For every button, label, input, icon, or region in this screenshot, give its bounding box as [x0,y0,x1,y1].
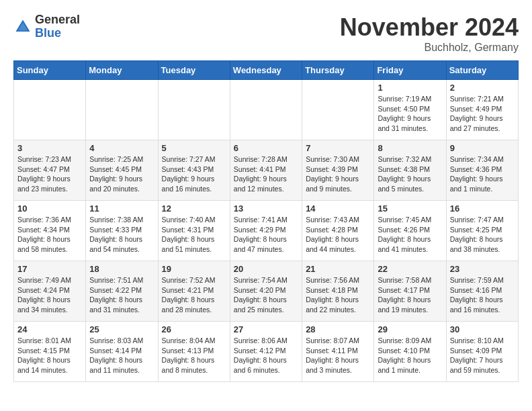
weekday-header-tuesday: Tuesday [158,61,230,80]
day-number: 9 [450,143,515,153]
day-number: 28 [306,324,370,334]
day-info: Sunrise: 8:06 AM Sunset: 4:12 PM Dayligh… [234,336,298,375]
day-info: Sunrise: 7:30 AM Sunset: 4:39 PM Dayligh… [306,154,370,194]
day-info: Sunrise: 7:21 AM Sunset: 4:49 PM Dayligh… [450,94,515,134]
day-info: Sunrise: 7:25 AM Sunset: 4:45 PM Dayligh… [89,154,154,194]
title-area: November 2024 Buchholz, Germany [340,13,519,54]
calendar-cell: 5Sunrise: 7:27 AM Sunset: 4:43 PM Daylig… [158,140,230,201]
day-info: Sunrise: 8:04 AM Sunset: 4:13 PM Dayligh… [162,336,226,375]
calendar-cell: 21Sunrise: 7:56 AM Sunset: 4:18 PM Dayli… [302,261,374,322]
logo-text: General Blue [35,13,80,40]
day-info: Sunrise: 7:28 AM Sunset: 4:41 PM Dayligh… [234,154,298,194]
calendar-cell: 7Sunrise: 7:30 AM Sunset: 4:39 PM Daylig… [302,140,374,201]
day-number: 2 [450,83,515,93]
calendar-cell: 6Sunrise: 7:28 AM Sunset: 4:41 PM Daylig… [230,140,302,201]
day-number: 1 [378,83,442,93]
day-number: 10 [17,203,82,214]
week-row-1: 1Sunrise: 7:19 AM Sunset: 4:50 PM Daylig… [14,80,519,140]
day-number: 19 [162,264,226,274]
day-number: 3 [17,143,82,153]
day-info: Sunrise: 7:34 AM Sunset: 4:36 PM Dayligh… [450,154,515,194]
calendar-cell: 28Sunrise: 8:07 AM Sunset: 4:11 PM Dayli… [302,322,374,382]
day-info: Sunrise: 7:47 AM Sunset: 4:25 PM Dayligh… [450,215,515,255]
day-number: 30 [450,324,515,334]
calendar-cell: 13Sunrise: 7:41 AM Sunset: 4:29 PM Dayli… [230,201,302,261]
calendar-cell: 26Sunrise: 8:04 AM Sunset: 4:13 PM Dayli… [158,322,230,382]
day-number: 24 [17,324,82,334]
day-number: 14 [306,203,370,214]
day-info: Sunrise: 8:10 AM Sunset: 4:09 PM Dayligh… [450,336,515,375]
day-number: 13 [234,203,298,214]
day-info: Sunrise: 8:07 AM Sunset: 4:11 PM Dayligh… [306,336,370,375]
calendar-cell: 17Sunrise: 7:49 AM Sunset: 4:24 PM Dayli… [14,261,86,322]
day-number: 16 [450,203,515,214]
calendar-cell [86,80,158,140]
day-number: 11 [89,203,154,214]
calendar-cell: 3Sunrise: 7:23 AM Sunset: 4:47 PM Daylig… [14,140,86,201]
week-row-2: 3Sunrise: 7:23 AM Sunset: 4:47 PM Daylig… [14,140,519,201]
day-number: 15 [378,203,442,214]
day-number: 22 [378,264,442,274]
day-info: Sunrise: 7:45 AM Sunset: 4:26 PM Dayligh… [378,215,442,255]
day-number: 25 [89,324,154,334]
logo-icon [13,17,32,36]
weekday-header-wednesday: Wednesday [230,61,302,80]
day-info: Sunrise: 8:03 AM Sunset: 4:14 PM Dayligh… [89,336,154,375]
calendar-cell: 18Sunrise: 7:51 AM Sunset: 4:22 PM Dayli… [86,261,158,322]
day-info: Sunrise: 7:40 AM Sunset: 4:31 PM Dayligh… [162,215,226,255]
calendar-cell [158,80,230,140]
day-number: 6 [234,143,298,153]
calendar-cell [14,80,86,140]
calendar-cell: 11Sunrise: 7:38 AM Sunset: 4:33 PM Dayli… [86,201,158,261]
day-info: Sunrise: 7:49 AM Sunset: 4:24 PM Dayligh… [17,275,82,315]
day-number: 21 [306,264,370,274]
day-number: 29 [378,324,442,334]
day-info: Sunrise: 8:09 AM Sunset: 4:10 PM Dayligh… [378,336,442,375]
day-info: Sunrise: 7:41 AM Sunset: 4:29 PM Dayligh… [234,215,298,255]
day-info: Sunrise: 7:56 AM Sunset: 4:18 PM Dayligh… [306,275,370,315]
day-info: Sunrise: 7:51 AM Sunset: 4:22 PM Dayligh… [89,275,154,315]
day-info: Sunrise: 7:43 AM Sunset: 4:28 PM Dayligh… [306,215,370,255]
calendar-cell: 22Sunrise: 7:58 AM Sunset: 4:17 PM Dayli… [374,261,446,322]
calendar-cell: 19Sunrise: 7:52 AM Sunset: 4:21 PM Dayli… [158,261,230,322]
week-row-4: 17Sunrise: 7:49 AM Sunset: 4:24 PM Dayli… [14,261,519,322]
day-number: 8 [378,143,442,153]
logo-blue: Blue [35,27,80,40]
day-info: Sunrise: 7:23 AM Sunset: 4:47 PM Dayligh… [17,154,82,194]
day-number: 27 [234,324,298,334]
calendar-table: SundayMondayTuesdayWednesdayThursdayFrid… [13,60,519,382]
day-info: Sunrise: 7:19 AM Sunset: 4:50 PM Dayligh… [378,94,442,134]
calendar-body: 1Sunrise: 7:19 AM Sunset: 4:50 PM Daylig… [14,80,519,382]
weekday-header-saturday: Saturday [446,61,518,80]
weekday-header-friday: Friday [374,61,446,80]
calendar-cell: 2Sunrise: 7:21 AM Sunset: 4:49 PM Daylig… [446,80,518,140]
day-number: 5 [162,143,226,153]
calendar-header: SundayMondayTuesdayWednesdayThursdayFrid… [14,61,519,80]
logo-general: General [35,13,80,27]
calendar-cell: 24Sunrise: 8:01 AM Sunset: 4:15 PM Dayli… [14,322,86,382]
weekday-row: SundayMondayTuesdayWednesdayThursdayFrid… [14,61,519,80]
day-info: Sunrise: 7:27 AM Sunset: 4:43 PM Dayligh… [162,154,226,194]
week-row-5: 24Sunrise: 8:01 AM Sunset: 4:15 PM Dayli… [14,322,519,382]
calendar-cell: 14Sunrise: 7:43 AM Sunset: 4:28 PM Dayli… [302,201,374,261]
calendar-cell [230,80,302,140]
weekday-header-thursday: Thursday [302,61,374,80]
calendar-cell: 9Sunrise: 7:34 AM Sunset: 4:36 PM Daylig… [446,140,518,201]
day-info: Sunrise: 7:58 AM Sunset: 4:17 PM Dayligh… [378,275,442,315]
calendar-cell: 29Sunrise: 8:09 AM Sunset: 4:10 PM Dayli… [374,322,446,382]
day-number: 7 [306,143,370,153]
day-number: 12 [162,203,226,214]
day-info: Sunrise: 7:36 AM Sunset: 4:34 PM Dayligh… [17,215,82,255]
day-info: Sunrise: 7:59 AM Sunset: 4:16 PM Dayligh… [450,275,515,315]
day-number: 4 [89,143,154,153]
calendar-cell: 27Sunrise: 8:06 AM Sunset: 4:12 PM Dayli… [230,322,302,382]
calendar-cell: 25Sunrise: 8:03 AM Sunset: 4:14 PM Dayli… [86,322,158,382]
calendar-cell: 15Sunrise: 7:45 AM Sunset: 4:26 PM Dayli… [374,201,446,261]
page-header: General Blue November 2024 Buchholz, Ger… [13,13,519,54]
calendar-cell: 10Sunrise: 7:36 AM Sunset: 4:34 PM Dayli… [14,201,86,261]
weekday-header-monday: Monday [86,61,158,80]
day-number: 26 [162,324,226,334]
calendar-cell [302,80,374,140]
day-number: 20 [234,264,298,274]
calendar-cell: 4Sunrise: 7:25 AM Sunset: 4:45 PM Daylig… [86,140,158,201]
